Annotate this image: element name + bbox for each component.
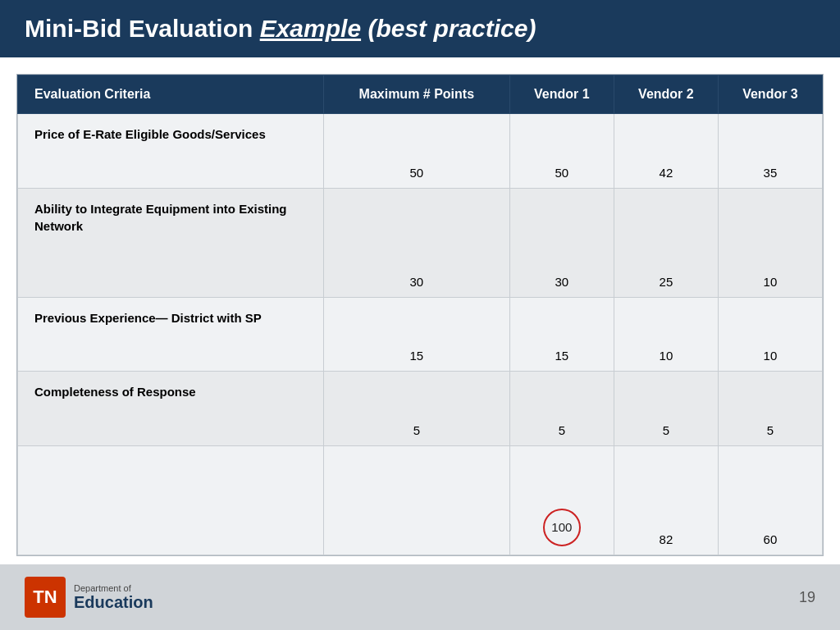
vendor3-cell: 10: [718, 297, 822, 372]
criteria-cell: Ability to Integrate Equipment into Exis…: [18, 188, 324, 297]
total-vendor3-cell: 60: [718, 446, 822, 555]
max-points-cell: 30: [323, 188, 509, 297]
max-points-cell: 50: [323, 114, 509, 189]
education-text: Education: [74, 593, 153, 612]
slide-header: Mini-Bid Evaluation Example (best practi…: [0, 0, 840, 57]
col-header-vendor3: Vendor 3: [718, 75, 822, 114]
circled-total-vendor1: 100: [543, 509, 581, 546]
criteria-cell: Completeness of Response: [18, 372, 324, 446]
vendor3-cell: 35: [718, 114, 822, 189]
dept-text: Department of: [74, 583, 153, 593]
vendor1-cell: 15: [509, 297, 614, 372]
max-points-cell: 5: [323, 372, 509, 446]
table-row: Price of E-Rate Eligible Goods/Services5…: [18, 114, 823, 189]
tn-badge: TN: [25, 577, 66, 618]
criteria-label: Ability to Integrate Equipment into Exis…: [34, 202, 287, 233]
col-header-vendor1: Vendor 1: [509, 75, 614, 114]
page-number: 19: [799, 589, 815, 606]
tn-logo: TN Department of Education: [25, 577, 153, 618]
criteria-cell: Price of E-Rate Eligible Goods/Services: [18, 114, 324, 189]
vendor3-cell: 10: [718, 188, 822, 297]
title-italic-bold: (best practice): [361, 15, 536, 42]
table-header-row: Evaluation Criteria Maximum # Points Ven…: [18, 75, 823, 114]
col-header-max-points: Maximum # Points: [323, 75, 509, 114]
vendor1-cell: 50: [509, 114, 614, 189]
vendor2-cell: 25: [614, 188, 718, 297]
criteria-label: Previous Experience— District with SP: [34, 311, 262, 325]
vendor2-cell: 10: [614, 297, 718, 372]
vendor3-cell: 5: [718, 372, 822, 446]
total-criteria-cell: [18, 446, 324, 555]
table-row: Ability to Integrate Equipment into Exis…: [18, 188, 823, 297]
content-area: Evaluation Criteria Maximum # Points Ven…: [0, 57, 840, 564]
total-max-cell: [323, 446, 509, 555]
slide-footer: TN Department of Education 19: [0, 564, 840, 630]
table-row: Previous Experience— District with SP151…: [18, 297, 823, 372]
header-title: Mini-Bid Evaluation Example (best practi…: [25, 15, 536, 43]
criteria-label: Price of E-Rate Eligible Goods/Services: [34, 127, 266, 141]
criteria-cell: Previous Experience— District with SP: [18, 297, 324, 372]
vendor1-cell: 30: [509, 188, 614, 297]
evaluation-table-container: Evaluation Criteria Maximum # Points Ven…: [16, 74, 824, 556]
col-header-vendor2: Vendor 2: [614, 75, 718, 114]
table-row: Completeness of Response5555: [18, 372, 823, 446]
title-normal: Mini-Bid Evaluation: [25, 15, 260, 42]
evaluation-table: Evaluation Criteria Maximum # Points Ven…: [17, 75, 823, 555]
col-header-criteria: Evaluation Criteria: [18, 75, 324, 114]
total-row: 1008260: [18, 446, 823, 555]
vendor2-cell: 5: [614, 372, 718, 446]
vendor1-cell: 5: [509, 372, 614, 446]
vendor2-cell: 42: [614, 114, 718, 189]
tn-text: Department of Education: [74, 583, 153, 612]
title-italic-underline: Example: [260, 15, 361, 42]
criteria-label: Completeness of Response: [34, 385, 196, 399]
max-points-cell: 15: [323, 297, 509, 372]
total-vendor2-cell: 82: [614, 446, 718, 555]
total-vendor1-cell: 100: [509, 446, 614, 555]
